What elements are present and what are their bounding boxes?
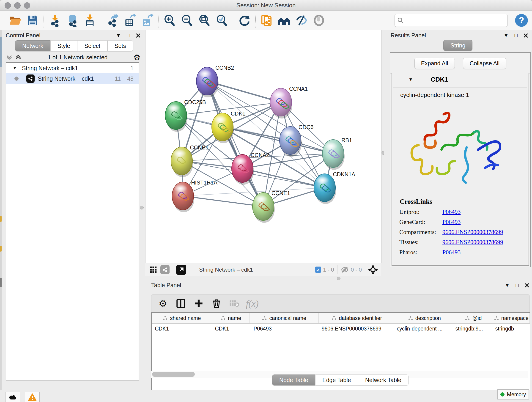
- network-node-CCNA1[interactable]: CCNA1: [270, 86, 308, 119]
- clone-network-button[interactable]: [260, 13, 274, 27]
- column-header-canonical-name[interactable]: canonical name: [250, 313, 319, 323]
- table-panel-close-icon[interactable]: [525, 283, 529, 288]
- column-header-shared-name[interactable]: shared name: [152, 313, 212, 323]
- selected-items-checkbox[interactable]: [315, 267, 321, 273]
- refresh-layout-button[interactable]: [237, 13, 251, 27]
- tab-string[interactable]: String: [443, 40, 472, 51]
- column-header-database-identifier[interactable]: database identifier: [319, 313, 395, 323]
- network-share-view-icon[interactable]: [160, 265, 170, 274]
- export-table-button[interactable]: [123, 13, 137, 27]
- table-cell[interactable]: stringdb: [492, 324, 530, 334]
- network-row-selected[interactable]: String Network – cdk1 11 48: [6, 73, 139, 84]
- show-panel-eye-button[interactable]: [312, 13, 326, 27]
- network-node-RB1[interactable]: RB1: [322, 137, 352, 170]
- network-options-gear-icon[interactable]: ⚙: [133, 53, 140, 61]
- open-session-button[interactable]: [8, 13, 22, 27]
- results-panel-float-icon[interactable]: □: [515, 33, 518, 38]
- show-columns-icon[interactable]: [174, 298, 187, 309]
- zoom-selected-button[interactable]: [215, 13, 229, 27]
- table-cell[interactable]: CDK1: [212, 324, 250, 334]
- table-cell[interactable]: 9606.ENSP00000378699: [318, 324, 394, 334]
- tab-sets[interactable]: Sets: [108, 40, 133, 51]
- toolbar-search-field[interactable]: [394, 14, 508, 27]
- network-node-CDC25B[interactable]: CDC25B: [165, 99, 206, 132]
- save-session-button[interactable]: [25, 13, 40, 27]
- column-header-description[interactable]: description: [395, 313, 454, 323]
- search-input[interactable]: [406, 16, 507, 25]
- birds-eye-view-button[interactable]: [277, 13, 291, 27]
- expand-all-networks-icon[interactable]: [6, 54, 13, 60]
- tab-style[interactable]: Style: [51, 40, 77, 51]
- crosslink-link[interactable]: 9606.ENSP00000378699: [443, 239, 503, 246]
- table-panel-collapse-icon[interactable]: ▼: [505, 283, 510, 288]
- network-edge[interactable]: [242, 168, 325, 188]
- node-table-row[interactable]: CDK1CDK1P064939606.ENSP00000378699cyclin…: [152, 324, 530, 334]
- open-in-new-window-icon[interactable]: [176, 265, 186, 275]
- network-node-CDC6[interactable]: CDC6: [279, 124, 313, 157]
- network-node-CDKN1A[interactable]: CDKN1A: [314, 171, 355, 204]
- hide-panel-eye-button[interactable]: [294, 13, 309, 27]
- tab-node-table[interactable]: Node Table: [272, 375, 315, 385]
- network-edge[interactable]: [207, 81, 263, 206]
- crosslink-link[interactable]: P06493: [443, 209, 461, 216]
- cloud-status-button[interactable]: [5, 392, 20, 402]
- left-splitter-handle[interactable]: [140, 206, 144, 210]
- network-canvas[interactable]: CCNB2CCNA1CDC25BCDK1CDC6RB1CCNB1CCNA2CDK…: [145, 30, 382, 263]
- network-edge[interactable]: [183, 196, 263, 206]
- zoom-in-button[interactable]: [162, 13, 177, 27]
- results-panel-close-icon[interactable]: [524, 33, 528, 38]
- collapse-all-networks-icon[interactable]: [15, 54, 22, 60]
- table-cell[interactable]: cyclin-dependent ...: [394, 324, 452, 334]
- warnings-button[interactable]: [25, 392, 40, 402]
- results-panel-collapse-icon[interactable]: ▼: [504, 33, 509, 38]
- protein-section-expand-icon[interactable]: ▼: [409, 77, 413, 82]
- network-node-CCNE1[interactable]: CCNE1: [253, 190, 290, 223]
- column-header-@id[interactable]: @id: [454, 313, 493, 323]
- crosslink-link[interactable]: 9606.ENSP00000378699: [443, 229, 503, 236]
- column-header-name[interactable]: name: [212, 313, 250, 323]
- table-panel-float-icon[interactable]: □: [516, 283, 519, 288]
- tree-expand-icon[interactable]: ▼: [13, 65, 17, 70]
- table-cell[interactable]: CDK1: [152, 324, 212, 334]
- memory-button[interactable]: Memory: [497, 389, 529, 400]
- table-cell[interactable]: P06493: [250, 324, 318, 334]
- tab-select[interactable]: Select: [77, 40, 107, 51]
- import-network-from-database-button[interactable]: [65, 13, 80, 27]
- network-edge[interactable]: [222, 127, 333, 153]
- network-node-CDK1[interactable]: CDK1: [212, 110, 245, 143]
- table-cell[interactable]: stringdb:9...: [452, 324, 492, 334]
- expand-all-button[interactable]: Expand All: [414, 58, 455, 69]
- table-options-gear-icon[interactable]: ⚙: [157, 298, 169, 309]
- horizontal-splitter-handle[interactable]: [337, 277, 341, 280]
- collapse-all-button[interactable]: Collapse All: [463, 58, 506, 69]
- tab-network[interactable]: Network: [15, 40, 51, 51]
- export-image-button[interactable]: [140, 13, 154, 27]
- delete-table-icon[interactable]: [228, 298, 241, 309]
- hidden-items-eye-icon[interactable]: [341, 266, 349, 273]
- export-network-button[interactable]: [105, 13, 119, 27]
- zoom-fit-button[interactable]: [197, 13, 211, 27]
- function-builder-icon[interactable]: f(x): [246, 298, 259, 309]
- control-panel-float-icon[interactable]: □: [127, 33, 130, 38]
- network-collection-row[interactable]: ▼ String Network – cdk1 1: [6, 63, 139, 73]
- help-button[interactable]: ?: [514, 13, 529, 27]
- fit-selected-crosshair-icon[interactable]: [368, 265, 378, 274]
- import-network-button[interactable]: [48, 13, 62, 27]
- zoom-out-button[interactable]: [180, 13, 194, 27]
- tab-network-table[interactable]: Network Table: [358, 375, 409, 385]
- scrollbar-thumb[interactable]: [152, 372, 195, 377]
- grid-view-icon[interactable]: [149, 266, 157, 274]
- network-node-HIST1H1A[interactable]: HIST1H1A: [172, 179, 217, 212]
- crosslink-link[interactable]: P06493: [443, 219, 461, 225]
- delete-column-icon[interactable]: [210, 298, 223, 309]
- import-table-button[interactable]: [83, 13, 97, 27]
- control-panel-collapse-icon[interactable]: ▼: [116, 33, 121, 38]
- network-node-CCNA2[interactable]: CCNA2: [232, 152, 269, 185]
- crosslink-link[interactable]: P06493: [443, 249, 461, 256]
- control-panel-close-icon[interactable]: [136, 33, 140, 38]
- network-graph[interactable]: CCNB2CCNA1CDC25BCDK1CDC6RB1CCNB1CCNA2CDK…: [146, 30, 381, 263]
- network-node-CCNB2[interactable]: CCNB2: [196, 65, 234, 97]
- column-header-namespace[interactable]: namespace: [493, 313, 530, 323]
- tab-edge-table[interactable]: Edge Table: [315, 375, 358, 385]
- add-column-icon[interactable]: [192, 298, 205, 309]
